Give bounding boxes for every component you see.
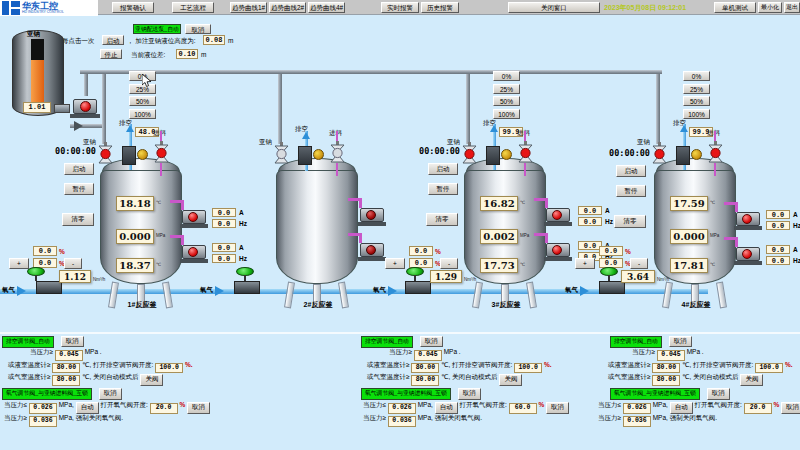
level-diff-value[interactable]: 0.10 — [176, 49, 198, 59]
r3-feed-valve-icon[interactable] — [517, 141, 534, 164]
r3-setpoint1-display[interactable]: 0.0 — [409, 246, 433, 256]
r4-opening-0-button[interactable]: 0% — [683, 71, 710, 81]
p1-close-valve-button[interactable]: 关阀 — [140, 374, 163, 386]
r1-feed-valve-icon[interactable] — [153, 141, 170, 164]
p1-o2-cancel-button[interactable]: 取消 — [99, 388, 122, 400]
p1-liquid-temp-setpoint[interactable]: 80.00 — [52, 363, 80, 374]
r1-plus-button[interactable]: + — [9, 258, 29, 269]
p1-pressure-force-setpoint[interactable]: 0.036 — [29, 416, 57, 427]
r2-feed-valve-icon[interactable] — [329, 141, 346, 164]
r1-clear-button[interactable]: 清零 — [62, 213, 94, 226]
r4-vent-valve-icon[interactable] — [676, 146, 690, 165]
p1-gas-temp-setpoint[interactable]: 80.00 — [52, 375, 80, 386]
alarm-ack-button[interactable]: 报警确认 — [112, 2, 154, 13]
r1-nitrite-valve-icon[interactable] — [97, 142, 114, 165]
r3-minus-button[interactable]: - — [440, 258, 458, 269]
p3-o2-opening-setpoint[interactable]: 20.0 — [744, 403, 772, 414]
r1-pause-button[interactable]: 暂停 — [64, 183, 94, 195]
p3-pressure-high-setpoint[interactable]: 0.045 — [657, 350, 685, 361]
r4-pause-button[interactable]: 暂停 — [616, 185, 646, 197]
p1-auto-button[interactable]: 自动 — [76, 402, 99, 414]
r4-feed-valve-icon[interactable] — [707, 141, 724, 164]
r3-clear-button[interactable]: 清零 — [426, 213, 458, 226]
r3-opening-100-button[interactable]: 100% — [493, 109, 520, 119]
r1-minus-button[interactable]: - — [64, 258, 82, 269]
trend-curve-4-button[interactable]: 趋势曲线4# — [308, 2, 345, 13]
r1-setpoint1-display[interactable]: 0.0 — [33, 246, 57, 256]
close-window-button[interactable]: 关闭窗口 — [508, 2, 600, 13]
r4-minus-button[interactable]: - — [630, 258, 648, 269]
p2-liquid-temp-setpoint[interactable]: 80.00 — [411, 363, 439, 374]
p1-o2-line-cancel-button[interactable]: 取消 — [187, 402, 210, 414]
p1-vent-auto-button[interactable]: 排空调节阀_自动 — [2, 336, 54, 348]
minimize-button[interactable]: 最小化 — [758, 2, 782, 13]
p3-pressure-low-setpoint[interactable]: 0.026 — [623, 403, 651, 414]
r3-opening-25-button[interactable]: 25% — [493, 84, 520, 94]
p2-pressure-low-setpoint[interactable]: 0.026 — [388, 403, 416, 414]
p1-o2-opening-setpoint[interactable]: 20.0 — [150, 403, 178, 414]
r1-start-button[interactable]: 启动 — [64, 163, 94, 175]
p2-pressure-high-setpoint[interactable]: 0.045 — [414, 350, 442, 361]
realtime-alarm-button[interactable]: 实时报警 — [381, 2, 419, 13]
r4-opening-100-button[interactable]: 100% — [683, 109, 710, 119]
p1-pressure-high-setpoint[interactable]: 0.045 — [55, 350, 83, 361]
p3-o2-interlock-button[interactable]: 氧气调节阀_与亚钠进料阀_互锁 — [610, 388, 700, 400]
p1-vent-cancel-button[interactable]: 取消 — [61, 336, 84, 348]
p3-close-valve-button[interactable]: 关阀 — [740, 374, 763, 386]
r4-opening-50-button[interactable]: 50% — [683, 96, 710, 106]
p2-o2-interlock-button[interactable]: 氧气调节阀_与亚钠进料阀_互锁 — [361, 388, 451, 400]
p2-gas-temp-setpoint[interactable]: 80.00 — [411, 375, 439, 386]
r2-nitrite-valve-icon[interactable] — [273, 142, 290, 165]
r4-nitrite-valve-icon[interactable] — [651, 142, 668, 165]
r2-vent-valve-icon[interactable] — [298, 146, 312, 165]
p2-vent-cancel-button[interactable]: 取消 — [420, 336, 443, 348]
p3-auto-button[interactable]: 自动 — [670, 402, 693, 414]
r4-clear-button[interactable]: 清零 — [614, 215, 646, 228]
r3-plus-button[interactable]: + — [385, 258, 405, 269]
process-flow-button[interactable]: 工艺流程 — [172, 2, 214, 13]
p3-vent-opening-setpoint[interactable]: 100.0 — [755, 363, 783, 374]
r3-pause-button[interactable]: 暂停 — [428, 183, 458, 195]
p1-pressure-low-setpoint[interactable]: 0.026 — [29, 403, 57, 414]
nitrite-pump-auto-button[interactable]: 亚钠配送泵_自动 — [133, 24, 181, 34]
p2-close-valve-button[interactable]: 关阀 — [499, 374, 522, 386]
p3-o2-cancel-button[interactable]: 取消 — [707, 388, 730, 400]
p3-gas-temp-setpoint[interactable]: 80.00 — [652, 375, 680, 386]
p2-pressure-force-setpoint[interactable]: 0.036 — [388, 416, 416, 427]
r1-opening-50-button[interactable]: 50% — [129, 96, 156, 106]
p2-o2-cancel-button[interactable]: 取消 — [458, 388, 481, 400]
r4-start-button[interactable]: 启动 — [616, 165, 646, 177]
p3-vent-auto-button[interactable]: 排空调节阀_自动 — [610, 336, 662, 348]
history-alarm-button[interactable]: 历史报警 — [421, 2, 459, 13]
exit-button[interactable]: 退出 — [784, 2, 800, 13]
r3-opening-50-button[interactable]: 50% — [493, 96, 520, 106]
r3-opening-0-button[interactable]: 0% — [493, 71, 520, 81]
r1-vent-valve-icon[interactable] — [122, 146, 136, 165]
feed-stop-button[interactable]: 停止 — [100, 49, 122, 59]
p3-pressure-force-setpoint[interactable]: 0.036 — [623, 416, 651, 427]
p1-o2-interlock-button[interactable]: 氧气调节阀_与亚钠进料阀_互锁 — [2, 388, 92, 400]
r4-opening-25-button[interactable]: 25% — [683, 84, 710, 94]
p2-o2-line-cancel-button[interactable]: 取消 — [546, 402, 569, 414]
standalone-test-button[interactable]: 单机测试 — [714, 2, 756, 13]
p3-liquid-temp-setpoint[interactable]: 80.00 — [652, 363, 680, 374]
nitrite-outlet-valve-icon[interactable] — [54, 104, 70, 113]
add-height-value[interactable]: 0.08 — [203, 35, 225, 45]
nitrite-pump-cancel-button[interactable]: 取消 — [185, 24, 211, 34]
p2-vent-auto-button[interactable]: 排空调节阀_自动 — [361, 336, 413, 348]
r3-vent-valve-icon[interactable] — [486, 146, 500, 165]
feed-start-button[interactable]: 启动 — [102, 35, 124, 45]
p2-vent-opening-setpoint[interactable]: 100.0 — [514, 363, 542, 374]
p3-o2-line-cancel-button[interactable]: 取消 — [781, 402, 800, 414]
r1-opening-100-button[interactable]: 100% — [129, 109, 156, 119]
p1-vent-opening-setpoint[interactable]: 100.0 — [155, 363, 183, 374]
p2-auto-button[interactable]: 自动 — [435, 402, 458, 414]
trend-curve-2-button[interactable]: 趋势曲线2# — [269, 2, 306, 13]
p3-vent-cancel-button[interactable]: 取消 — [669, 336, 692, 348]
r4-plus-button[interactable]: + — [575, 258, 595, 269]
p2-o2-opening-setpoint[interactable]: 60.0 — [509, 403, 537, 414]
trend-curve-1-button[interactable]: 趋势曲线1# — [230, 2, 267, 13]
r3-start-button[interactable]: 启动 — [428, 163, 458, 175]
r4-setpoint1-display[interactable]: 0.0 — [599, 246, 623, 256]
r3-nitrite-valve-icon[interactable] — [461, 142, 478, 165]
